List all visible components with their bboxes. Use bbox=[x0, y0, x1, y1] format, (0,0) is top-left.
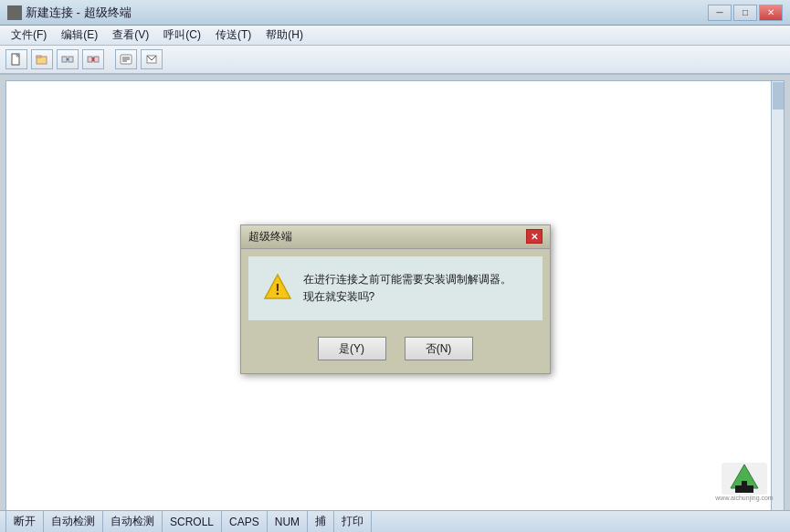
svg-rect-10 bbox=[94, 57, 99, 62]
svg-rect-5 bbox=[37, 56, 41, 57]
svg-rect-1 bbox=[11, 16, 18, 18]
title-bar-controls: ─ □ ✕ bbox=[708, 5, 783, 21]
properties-icon bbox=[119, 52, 133, 67]
open-file-icon bbox=[35, 52, 49, 67]
dialog-close-button[interactable]: ✕ bbox=[526, 229, 542, 244]
dialog-window: 超级终端 ✕ ! 在进行连接之前可能需要安装调制解调器。现在就安装吗? 是(Y)… bbox=[240, 224, 551, 374]
menu-edit[interactable]: 编辑(E) bbox=[54, 26, 105, 45]
maximize-button[interactable]: □ bbox=[733, 5, 757, 21]
toolbar-connect-button[interactable] bbox=[57, 49, 79, 69]
dialog-title: 超级终端 bbox=[248, 229, 292, 245]
warning-icon: ! bbox=[263, 273, 292, 302]
send-icon bbox=[144, 52, 159, 67]
svg-rect-7 bbox=[68, 57, 73, 62]
menu-help[interactable]: 帮助(H) bbox=[258, 26, 311, 45]
close-window-button[interactable]: ✕ bbox=[759, 5, 783, 21]
menu-view[interactable]: 查看(V) bbox=[105, 26, 156, 45]
svg-text:!: ! bbox=[275, 282, 279, 297]
toolbar-send-button[interactable] bbox=[141, 49, 163, 69]
no-button[interactable]: 否(N) bbox=[405, 337, 473, 360]
window-title: 新建连接 - 超级终端 bbox=[26, 5, 132, 21]
toolbar-disconnect-button[interactable] bbox=[82, 49, 104, 69]
new-file-icon bbox=[9, 52, 24, 67]
svg-rect-6 bbox=[62, 57, 67, 62]
connect-icon bbox=[60, 52, 75, 67]
dialog-overlay: 超级终端 ✕ ! 在进行连接之前可能需要安装调制解调器。现在就安装吗? 是(Y)… bbox=[6, 81, 784, 517]
yes-button[interactable]: 是(Y) bbox=[318, 337, 386, 360]
app-icon bbox=[7, 5, 22, 20]
minimize-button[interactable]: ─ bbox=[708, 5, 732, 21]
dialog-content: ! 在进行连接之前可能需要安装调制解调器。现在就安装吗? bbox=[248, 256, 542, 320]
toolbar-properties-button[interactable] bbox=[115, 49, 137, 69]
disconnect-icon bbox=[86, 52, 100, 67]
svg-rect-0 bbox=[9, 7, 20, 16]
title-bar-left: 新建连接 - 超级终端 bbox=[7, 5, 132, 21]
menu-call[interactable]: 呼叫(C) bbox=[156, 26, 208, 45]
toolbar bbox=[0, 46, 790, 75]
menu-transfer[interactable]: 传送(T) bbox=[208, 26, 258, 45]
menu-bar: 文件(F) 编辑(E) 查看(V) 呼叫(C) 传送(T) 帮助(H) bbox=[0, 26, 790, 46]
menu-file[interactable]: 文件(F) bbox=[4, 26, 54, 45]
title-bar: 新建连接 - 超级终端 ─ □ ✕ bbox=[0, 0, 790, 26]
dialog-buttons: 是(Y) 否(N) bbox=[241, 328, 550, 373]
toolbar-open-button[interactable] bbox=[31, 49, 53, 69]
toolbar-new-button[interactable] bbox=[5, 49, 27, 69]
svg-rect-9 bbox=[88, 57, 92, 62]
main-terminal-area: 超级终端 ✕ ! 在进行连接之前可能需要安装调制解调器。现在就安装吗? 是(Y)… bbox=[5, 80, 785, 518]
dialog-title-bar: 超级终端 ✕ bbox=[241, 225, 550, 249]
dialog-message: 在进行连接之前可能需要安装调制解调器。现在就安装吗? bbox=[303, 271, 511, 306]
